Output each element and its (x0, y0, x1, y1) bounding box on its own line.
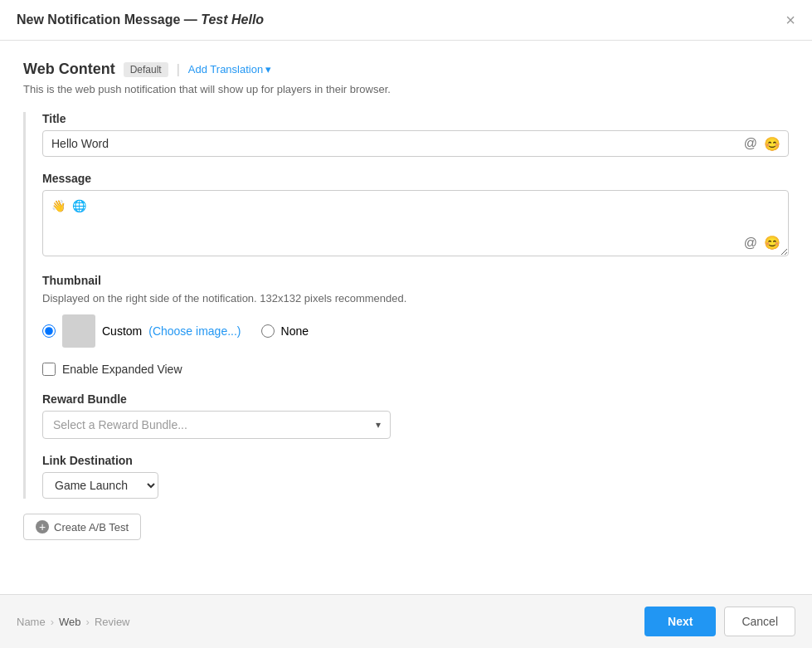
thumbnail-custom-option: Custom (Choose image...) (42, 314, 241, 348)
choose-image-link[interactable]: (Choose image...) (148, 324, 241, 338)
message-at-button[interactable]: @ (742, 234, 759, 252)
breadcrumb-name: Name (17, 616, 46, 628)
none-label: None (281, 324, 309, 338)
expanded-view-checkbox[interactable] (42, 363, 56, 376)
section-description: This is the web push notification that w… (23, 83, 789, 95)
message-field-group: Message 👋 🌐 @ 😊 (42, 172, 789, 259)
next-button[interactable]: Next (644, 607, 716, 636)
thumbnail-preview (62, 314, 95, 348)
title-input-wrapper: @ 😊 (42, 130, 789, 157)
default-badge: Default (124, 62, 168, 77)
thumbnail-label: Thumbnail (42, 274, 789, 287)
thumbnail-options: Custom (Choose image...) None (42, 314, 789, 348)
title-label: Title (42, 112, 789, 125)
link-destination-select[interactable]: Game Launch External URL Deep Link (42, 472, 158, 499)
title-input[interactable] (42, 130, 789, 157)
plus-circle-icon: + (36, 520, 49, 534)
modal-footer: Name › Web › Review Next Cancel (0, 594, 812, 648)
modal-container: New Notification Message — Test Hello × … (0, 0, 812, 648)
footer-actions: Next Cancel (644, 607, 795, 636)
expanded-view-label: Enable Expanded View (62, 363, 182, 376)
reward-bundle-field-group: Reward Bundle Select a Reward Bundle... … (42, 392, 789, 439)
cancel-button[interactable]: Cancel (724, 607, 795, 636)
breadcrumb-web: Web (59, 616, 81, 628)
reward-bundle-label: Reward Bundle (42, 392, 789, 406)
message-textarea-icons: @ 😊 (742, 233, 782, 252)
breadcrumb-chevron-1: › (51, 616, 54, 628)
message-textarea-wrapper: 👋 🌐 @ 😊 (42, 190, 789, 259)
section-title: Web Content (23, 61, 115, 78)
breadcrumb-chevron-2: › (86, 616, 90, 628)
section-header: Web Content Default | Add Translation ▾ (23, 61, 789, 78)
thumbnail-description: Displayed on the right side of the notif… (42, 292, 789, 305)
form-section: Title @ 😊 Message 👋 🌐 @ 😊 (23, 112, 789, 499)
message-emoji-button[interactable]: 😊 (762, 233, 782, 252)
thumbnail-none-radio[interactable] (261, 324, 275, 338)
add-translation-button[interactable]: Add Translation ▾ (188, 63, 271, 76)
title-at-button[interactable]: @ (742, 134, 759, 153)
message-label: Message (42, 172, 789, 185)
separator: | (177, 62, 180, 77)
modal-title: New Notification Message — Test Hello (17, 12, 264, 27)
modal-header: New Notification Message — Test Hello × (0, 0, 812, 41)
reward-bundle-select-wrapper: Select a Reward Bundle... ▾ (42, 411, 391, 439)
thumbnail-none-option: None (261, 324, 309, 338)
message-textarea[interactable]: 👋 🌐 (42, 190, 789, 256)
thumbnail-field-group: Thumbnail Displayed on the right side of… (42, 274, 789, 348)
custom-label: Custom (102, 324, 142, 338)
ab-test-label: Create A/B Test (54, 521, 129, 534)
chevron-down-icon: ▾ (265, 63, 271, 76)
title-input-icons: @ 😊 (742, 134, 782, 153)
breadcrumb: Name › Web › Review (17, 616, 130, 628)
reward-bundle-select[interactable]: Select a Reward Bundle... (42, 411, 391, 439)
link-destination-field-group: Link Destination Game Launch External UR… (42, 454, 789, 499)
title-emoji-button[interactable]: 😊 (762, 134, 782, 153)
modal-body: Web Content Default | Add Translation ▾ … (0, 41, 812, 594)
link-destination-label: Link Destination (42, 454, 789, 467)
create-ab-test-button[interactable]: + Create A/B Test (23, 514, 141, 540)
expanded-view-group: Enable Expanded View (42, 363, 789, 376)
breadcrumb-review: Review (95, 616, 130, 628)
thumbnail-custom-radio[interactable] (42, 324, 56, 338)
title-field-group: Title @ 😊 (42, 112, 789, 157)
close-button[interactable]: × (785, 12, 795, 28)
